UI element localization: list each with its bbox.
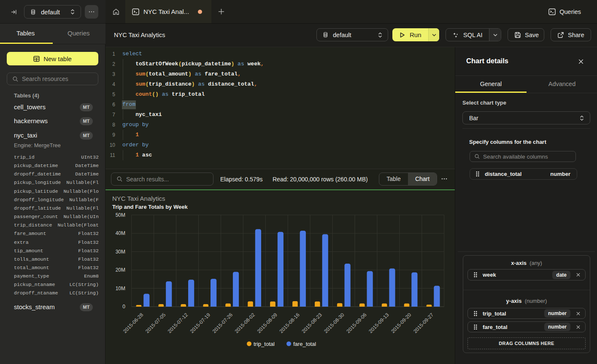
svg-text:2015-09-27: 2015-09-27 — [412, 312, 435, 334]
svg-text:2015-09-20: 2015-09-20 — [390, 312, 413, 334]
svg-text:2015-09-13: 2015-09-13 — [367, 312, 390, 334]
svg-text:10M: 10M — [116, 286, 125, 291]
svg-text:2015-07-26: 2015-07-26 — [211, 312, 234, 334]
svg-text:NYC Taxi Analytics: NYC Taxi Analytics — [112, 195, 165, 202]
svg-text:Trip and Fare Totals by Week: Trip and Fare Totals by Week — [112, 204, 188, 210]
svg-text:2015-08-23: 2015-08-23 — [300, 312, 323, 334]
svg-text:2015-09-06: 2015-09-06 — [345, 312, 368, 334]
svg-text:2015-07-12: 2015-07-12 — [167, 312, 189, 334]
svg-text:2015-07-19: 2015-07-19 — [189, 312, 212, 334]
svg-text:0: 0 — [122, 304, 125, 310]
svg-text:2015-07-05: 2015-07-05 — [144, 312, 167, 334]
svg-text:2015-06-28: 2015-06-28 — [122, 312, 145, 334]
svg-text:2015-08-02: 2015-08-02 — [234, 312, 257, 334]
svg-text:2015-08-16: 2015-08-16 — [278, 312, 301, 334]
svg-text:fare_total: fare_total — [293, 341, 316, 347]
svg-text:50M: 50M — [116, 212, 125, 218]
svg-text:30M: 30M — [116, 249, 125, 255]
svg-text:trip_total: trip_total — [254, 341, 275, 347]
svg-text:20M: 20M — [116, 267, 125, 273]
svg-text:2015-08-30: 2015-08-30 — [323, 312, 346, 334]
svg-text:40M: 40M — [116, 230, 125, 236]
svg-text:2015-08-09: 2015-08-09 — [256, 312, 279, 334]
